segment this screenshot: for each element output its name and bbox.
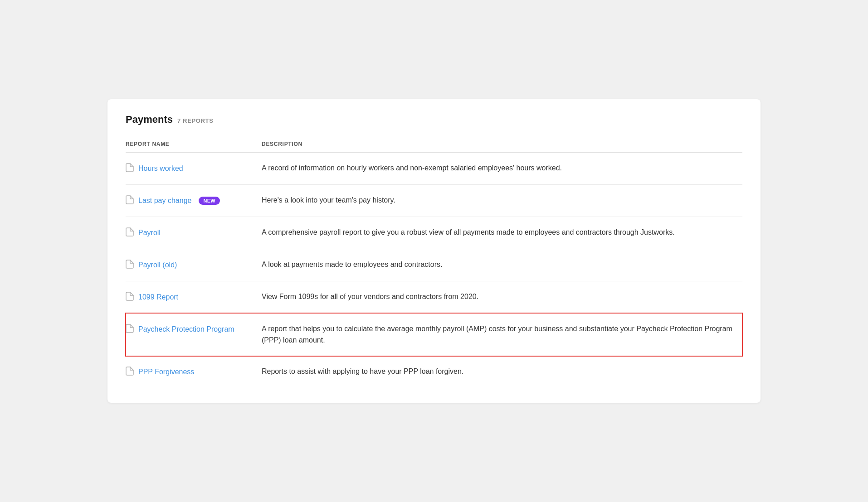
report-description: Here's a look into your team's pay histo… [262,184,742,217]
table-row: PayrollA comprehensive payroll report to… [126,217,742,249]
header-row: REPORT NAME DESCRIPTION [126,136,742,152]
report-name-cell: Hours worked [126,152,262,185]
description-text: Reports to assist with applying to have … [262,367,463,375]
document-icon [126,163,134,174]
report-link-payroll[interactable]: Payroll [138,229,161,237]
report-name-cell: Paycheck Protection Program [126,313,262,356]
report-link-payroll-old[interactable]: Payroll (old) [138,261,177,269]
table-row: PPP ForgivenessReports to assist with ap… [126,356,742,388]
table-header: REPORT NAME DESCRIPTION [126,136,742,152]
report-count: 7 REPORTS [177,117,214,124]
report-name-cell: Last pay changeNEW [126,184,262,217]
report-description: View Form 1099s for all of your vendors … [262,281,742,313]
report-name-cell: PPP Forgiveness [126,356,262,388]
document-icon [126,195,134,207]
report-description: A look at payments made to employees and… [262,249,742,281]
col-description: DESCRIPTION [262,136,742,152]
new-badge: NEW [199,197,220,205]
document-icon [126,260,134,271]
report-link-ppp-forgiveness[interactable]: PPP Forgiveness [138,368,194,376]
table-body: Hours workedA record of information on h… [126,152,742,388]
report-name-cell: Payroll (old) [126,249,262,281]
description-text: A look at payments made to employees and… [262,261,442,268]
section-title: Payments [126,114,173,126]
reports-table: REPORT NAME DESCRIPTION Hours workedA re… [126,136,742,389]
table-row: Hours workedA record of information on h… [126,152,742,185]
report-description: A report that helps you to calculate the… [262,313,742,356]
report-link-paycheck-protection-program[interactable]: Paycheck Protection Program [138,325,234,333]
report-link-1099-report[interactable]: 1099 Report [138,293,178,301]
report-description: A record of information on hourly worker… [262,152,742,185]
table-row: Last pay changeNEWHere's a look into you… [126,184,742,217]
description-text: A record of information on hourly worker… [262,164,562,172]
report-link-last-pay-change[interactable]: Last pay change [138,197,191,205]
document-icon [126,292,134,303]
table-row: 1099 ReportView Form 1099s for all of yo… [126,281,742,313]
description-text: A report that helps you to calculate the… [262,325,732,344]
col-report-name: REPORT NAME [126,136,262,152]
table-row: Paycheck Protection ProgramA report that… [126,313,742,356]
report-link-hours-worked[interactable]: Hours worked [138,164,183,173]
description-text: View Form 1099s for all of your vendors … [262,293,478,300]
table-row: Payroll (old)A look at payments made to … [126,249,742,281]
description-text: A comprehensive payroll report to give y… [262,228,675,236]
document-icon [126,324,134,335]
document-icon [126,367,134,378]
report-description: A comprehensive payroll report to give y… [262,217,742,249]
section-header: Payments 7 REPORTS [126,114,742,126]
payments-section: Payments 7 REPORTS REPORT NAME DESCRIPTI… [107,99,761,403]
document-icon [126,227,134,239]
report-description: Reports to assist with applying to have … [262,356,742,388]
description-text: Here's a look into your team's pay histo… [262,196,395,204]
report-name-cell: 1099 Report [126,281,262,313]
report-name-cell: Payroll [126,217,262,249]
